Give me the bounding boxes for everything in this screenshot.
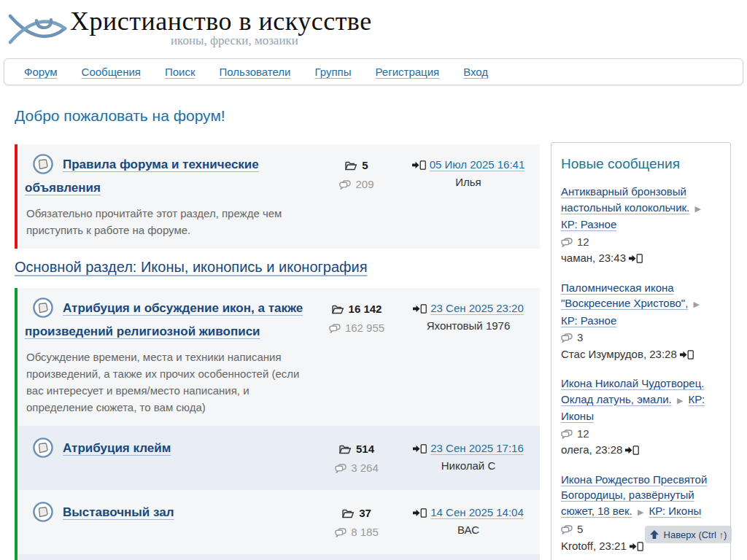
topics-count: 514 (317, 440, 397, 459)
forum-row: Атрибуция клейм 514 3 264 23 Сен 2025 17… (18, 426, 540, 490)
posts-count: 3 264 (317, 459, 397, 478)
goto-last-post-icon[interactable] (413, 508, 427, 518)
speech-bubbles-icon (335, 464, 347, 473)
goto-last-post-icon[interactable] (625, 446, 639, 455)
forum-description: Обязательно прочитайте этот раздел, преж… (26, 205, 309, 238)
last-post-author: ВАС (397, 521, 540, 538)
forum-row: Атрибуция и обсуждение икон, а также про… (18, 288, 540, 426)
section-title-link[interactable]: Основной раздел: Иконы, иконопись и икон… (15, 259, 368, 275)
goto-last-post-icon[interactable] (629, 254, 643, 263)
topic-link[interactable]: Паломническая икона "Воскресение Христов… (561, 281, 688, 310)
forum-homepage: Христианство в искусстве иконы, фрески, … (0, 0, 747, 560)
forum-balloon-icon (32, 153, 54, 175)
forum-link-rules[interactable]: Правила форума и технические объявления (25, 158, 259, 195)
topic-link[interactable]: Антикварный бронзовый настольный колокол… (561, 185, 689, 214)
forum-description: Обсуждение времени, места и техники напи… (26, 349, 309, 416)
last-reply-info: олега, 23:28 (561, 442, 721, 458)
speech-bubbles-icon (335, 528, 347, 537)
nav-item-registration[interactable]: Регистрация (375, 66, 439, 78)
forum-balloon-icon (32, 297, 54, 319)
replies-count: 12 (561, 234, 721, 250)
category-link[interactable]: КР: Иконы (649, 505, 702, 517)
topics-count: 16 142 (317, 300, 397, 319)
nav-item-login[interactable]: Вход (463, 66, 488, 78)
goto-last-post-icon[interactable] (680, 350, 694, 359)
speech-bubbles-icon (329, 324, 341, 333)
site-title: Христианство в искусстве (70, 6, 372, 36)
last-post-date-link[interactable]: 05 Июл 2025 16:41 (430, 158, 525, 171)
sidebar-heading: Новые сообщения (561, 156, 721, 172)
sidebar-message-item: Антикварный бронзовый настольный колокол… (561, 184, 721, 266)
back-to-top-button[interactable]: Наверх (Ctrl ↑) (645, 526, 732, 543)
new-messages-sidebar: Новые сообщения Антикварный бронзовый на… (551, 142, 731, 560)
replies-count: 12 (561, 426, 721, 442)
forum-link-marks[interactable]: Атрибуция клейм (63, 441, 171, 455)
posts-count: 209 (317, 175, 397, 194)
last-post-date-link[interactable]: 23 Сен 2025 23:20 (430, 302, 524, 314)
topics-count: 37 (317, 504, 397, 523)
up-arrow-icon (650, 530, 659, 539)
sidebar-message-item: Икона Николай Чудотворец. Оклад латунь, … (561, 376, 721, 458)
last-post-author: Николай С (397, 457, 540, 474)
last-post-date-link[interactable]: 14 Сен 2025 14:04 (430, 506, 524, 518)
posts-count: 8 185 (317, 523, 397, 542)
site-header: Христианство в искусстве иконы, фрески, … (0, 0, 747, 58)
speech-bubbles-icon (561, 333, 573, 343)
nav-item-users[interactable]: Пользователи (220, 66, 291, 78)
forum-row: Правила форума и технические объявления … (18, 144, 540, 249)
last-post-date-link[interactable]: 23 Сен 2025 17:16 (430, 442, 524, 454)
last-post-author: Илья (397, 174, 540, 190)
category-arrow-icon: ▶ (677, 396, 683, 405)
forum-link-exhibition[interactable]: Выставочный зал (63, 505, 174, 519)
goto-last-post-icon[interactable] (413, 304, 427, 314)
category-arrow-icon: ▶ (694, 204, 700, 213)
goto-last-post-icon[interactable] (413, 444, 427, 454)
forum-balloon-icon (32, 501, 54, 523)
nav-item-search[interactable]: Поиск (165, 66, 196, 78)
sidebar-message-item: Паломническая икона "Воскресение Христов… (561, 280, 721, 362)
speech-bubbles-icon (561, 429, 573, 439)
last-post-author: Яхонтовый 1976 (397, 317, 540, 334)
open-folder-icon (339, 444, 352, 454)
speech-bubbles-icon (561, 525, 573, 534)
open-folder-icon (342, 508, 355, 518)
forum-link-attribution[interactable]: Атрибуция и обсуждение икон, а также про… (25, 301, 303, 338)
main-nav: Форум Сообщения Поиск Пользователи Групп… (4, 58, 743, 85)
replies-count: 3 (561, 330, 721, 346)
forum-row: Выставочный зал 37 8 185 14 Сен 2025 14:… (18, 490, 540, 554)
goto-last-post-icon[interactable] (412, 160, 426, 170)
topics-count: 5 (317, 156, 397, 175)
forum-row: Вопросы иконографии, поиск икон и образц… (18, 554, 540, 560)
goto-last-post-icon[interactable] (630, 542, 643, 551)
category-arrow-icon: ▶ (638, 508, 643, 516)
nav-item-forum[interactable]: Форум (24, 66, 58, 78)
fish-logo-icon (7, 9, 67, 50)
category-link[interactable]: КР: Разное (561, 218, 616, 230)
posts-count: 162 955 (317, 319, 397, 338)
last-reply-info: чаман, 23:43 (561, 250, 721, 266)
speech-bubbles-icon (339, 180, 351, 190)
nav-item-groups[interactable]: Группы (314, 66, 351, 78)
nav-item-messages[interactable]: Сообщения (82, 66, 141, 78)
last-reply-info: Стас Изумрудов, 23:28 (561, 346, 721, 362)
speech-bubbles-icon (561, 238, 573, 247)
category-link[interactable]: КР: Разное (561, 314, 616, 327)
open-folder-icon (345, 160, 357, 171)
open-folder-icon (332, 304, 344, 314)
main-section-block: Атрибуция и обсуждение икон, а также про… (15, 288, 540, 560)
category-arrow-icon: ▶ (694, 300, 700, 308)
forum-balloon-icon (32, 437, 54, 459)
welcome-heading: Добро пожаловать на форум! (15, 107, 540, 125)
rules-forum-block: Правила форума и технические объявления … (15, 144, 540, 249)
